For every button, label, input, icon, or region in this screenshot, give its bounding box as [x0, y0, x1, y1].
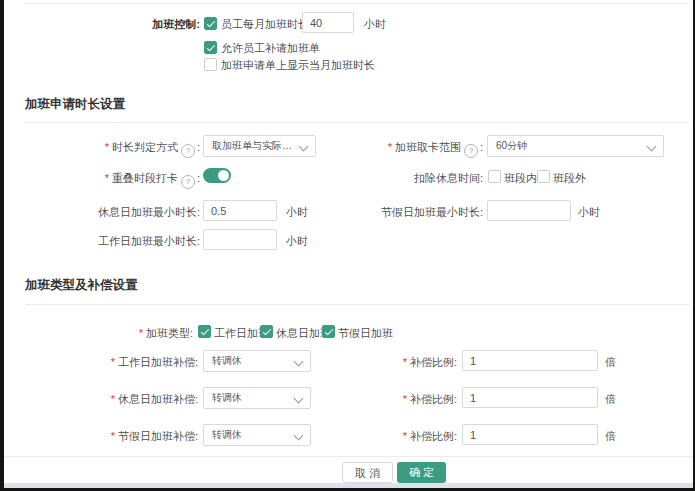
- judge-method-select[interactable]: 取加班单与实际打卡时间...: [203, 135, 316, 157]
- card-range-label: *加班取卡范围?:: [340, 140, 483, 158]
- help-icon[interactable]: ?: [181, 175, 195, 189]
- required-mark: *: [111, 393, 115, 405]
- workday-comp-label: *工作日加班补偿:: [58, 355, 198, 369]
- type-restday-checkbox[interactable]: [260, 325, 273, 338]
- required-mark: *: [105, 141, 109, 153]
- holiday-comp-label: *节假日加班补偿:: [58, 429, 198, 443]
- card-range-select[interactable]: 60分钟: [487, 135, 664, 157]
- workday-ratio-label: *补偿比例:: [360, 355, 457, 369]
- restday-ratio-unit: 倍: [605, 392, 616, 406]
- monthly-limit-input[interactable]: [302, 12, 354, 33]
- deduct-out-shift-text: 班段外: [553, 171, 586, 185]
- required-mark: *: [403, 356, 407, 368]
- show-monthly-hours-checkbox[interactable]: [204, 58, 217, 71]
- holiday-ratio-input[interactable]: [462, 424, 598, 445]
- required-mark: *: [105, 172, 109, 184]
- work-day-min-input[interactable]: [203, 229, 277, 250]
- allow-supplement-text: 允许员工补请加班单: [221, 41, 320, 55]
- restday-ratio-label: *补偿比例:: [360, 392, 457, 406]
- cancel-button[interactable]: 取消: [342, 462, 393, 483]
- work-day-min-label: 工作日加班最小时长:: [60, 234, 200, 248]
- rest-day-min-label: 休息日加班最小时长:: [60, 205, 200, 219]
- overtime-control-label: 加班控制:: [100, 17, 200, 31]
- rest-day-min-unit: 小时: [286, 205, 308, 219]
- confirm-button[interactable]: 确定: [397, 462, 446, 483]
- help-icon[interactable]: ?: [181, 144, 195, 158]
- show-monthly-hours-text: 加班申请单上显示当月加班时长: [221, 58, 375, 72]
- workday-comp-select[interactable]: 转调休: [203, 350, 311, 372]
- holiday-min-unit: 小时: [578, 205, 600, 219]
- holiday-min-label: 节假日加班最小时长:: [340, 205, 483, 219]
- overlap-punch-label: *重叠时段打卡?:: [40, 171, 200, 189]
- duration-section-divider: [25, 122, 689, 123]
- holiday-min-input[interactable]: [487, 200, 571, 221]
- deduct-in-shift-checkbox[interactable]: [488, 170, 501, 183]
- holiday-ratio-label: *补偿比例:: [360, 429, 457, 443]
- judge-method-label: *时长判定方式?:: [40, 140, 200, 158]
- workday-ratio-unit: 倍: [605, 355, 616, 369]
- footer-divider: [4, 456, 693, 457]
- required-mark: *: [139, 327, 143, 339]
- holiday-ratio-unit: 倍: [605, 429, 616, 443]
- holiday-comp-select[interactable]: 转调休: [203, 424, 311, 446]
- restday-comp-label: *休息日加班补偿:: [58, 392, 198, 406]
- deduct-rest-label: 扣除休息时间:: [380, 171, 483, 185]
- allow-supplement-checkbox[interactable]: [204, 41, 217, 54]
- workday-ratio-input[interactable]: [462, 350, 598, 371]
- required-mark: *: [403, 430, 407, 442]
- deduct-in-shift-text: 班段内: [504, 171, 537, 185]
- required-mark: *: [403, 393, 407, 405]
- type-workday-checkbox[interactable]: [198, 325, 211, 338]
- top-divider: [25, 3, 689, 4]
- card-range-value: 60分钟: [488, 136, 663, 156]
- work-day-min-unit: 小时: [286, 234, 308, 248]
- required-mark: *: [111, 430, 115, 442]
- type-section-divider: [25, 304, 689, 305]
- type-holiday-checkbox[interactable]: [322, 325, 335, 338]
- deduct-out-shift-checkbox[interactable]: [537, 170, 550, 183]
- restday-comp-select[interactable]: 转调休: [203, 387, 311, 409]
- monthly-limit-unit: 小时: [364, 17, 386, 31]
- overtime-settings-page: 加班控制: 员工每月加班时长不能超过 小时 允许员工补请加班单 加班申请单上显示…: [0, 0, 695, 491]
- required-mark: *: [388, 141, 392, 153]
- restday-ratio-input[interactable]: [462, 387, 598, 408]
- overtime-type-label: *加班类型:: [53, 326, 193, 340]
- overlap-punch-toggle[interactable]: [203, 168, 231, 183]
- required-mark: *: [111, 356, 115, 368]
- help-icon[interactable]: ?: [464, 144, 478, 158]
- type-section-title: 加班类型及补偿设置: [25, 277, 138, 294]
- type-holiday-text: 节假日加班: [338, 326, 393, 340]
- duration-section-title: 加班申请时长设置: [25, 96, 125, 113]
- rest-day-min-input[interactable]: [203, 200, 277, 221]
- bottom-scroll-bar: [4, 483, 693, 488]
- monthly-limit-checkbox[interactable]: [204, 17, 217, 30]
